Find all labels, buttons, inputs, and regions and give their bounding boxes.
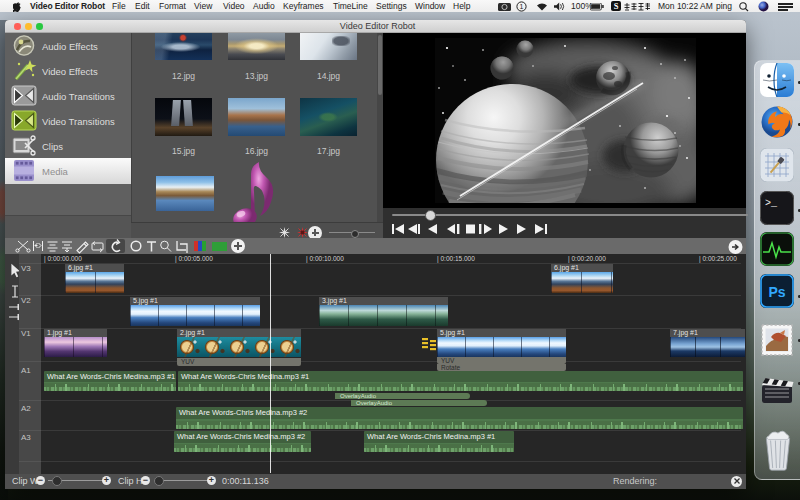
svg-text:Ps: Ps — [768, 284, 785, 300]
svg-text:1: 1 — [520, 3, 524, 10]
svg-text:S: S — [614, 1, 619, 11]
svg-text:>_: >_ — [765, 198, 778, 209]
